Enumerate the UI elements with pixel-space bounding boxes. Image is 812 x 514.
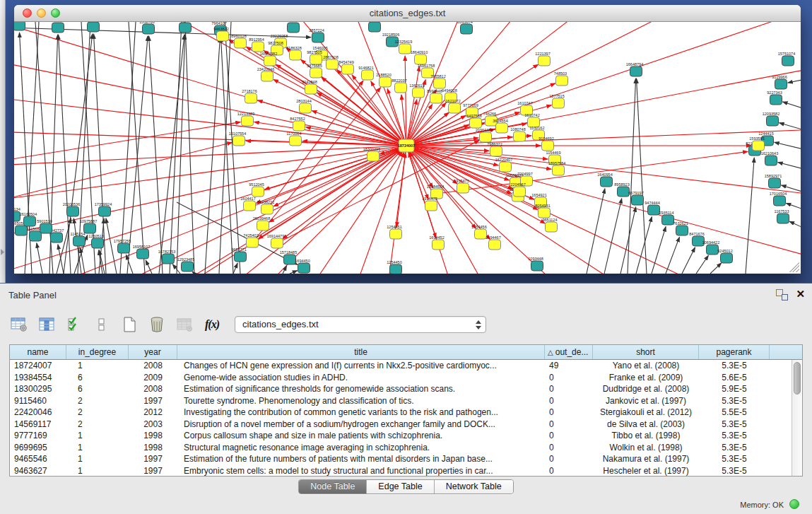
graph-node[interactable]: [300, 103, 312, 113]
citation-edge-black[interactable]: [129, 22, 145, 274]
graph-node[interactable]: [601, 177, 613, 187]
graph-node[interactable]: [16, 226, 28, 235]
graph-node[interactable]: [288, 23, 300, 33]
graph-node[interactable]: [290, 50, 302, 60]
graph-node[interactable]: [390, 264, 402, 274]
graph-node[interactable]: [434, 78, 446, 88]
table-row[interactable]: 977716911998Corpus callosum shape and si…: [10, 430, 792, 442]
graph-node[interactable]: [556, 76, 568, 86]
citation-edge-black[interactable]: [233, 263, 237, 274]
graph-node[interactable]: [305, 84, 317, 94]
select-all-button[interactable]: [65, 316, 83, 333]
graph-node[interactable]: [244, 201, 256, 211]
show-column-button[interactable]: [37, 316, 56, 333]
table-row[interactable]: 2242004622012Investigating the contribut…: [10, 407, 792, 419]
graph-node[interactable]: [51, 233, 63, 243]
citation-edge-black[interactable]: [290, 271, 298, 274]
citation-edge-black[interactable]: [587, 189, 605, 274]
graph-node[interactable]: [312, 33, 324, 42]
column-header-in_degree[interactable]: in_degree: [66, 345, 129, 359]
citation-edge-black[interactable]: [628, 78, 636, 274]
graph-node[interactable]: [284, 255, 296, 264]
graph-node[interactable]: [630, 66, 642, 76]
network-canvas[interactable]: 9355741206914068305375155276015276027964…: [14, 22, 801, 274]
graph-node[interactable]: [662, 215, 674, 225]
graph-node[interactable]: [40, 223, 52, 233]
graph-node[interactable]: [765, 156, 777, 165]
graph-node[interactable]: [290, 136, 302, 146]
table-row[interactable]: 911546021997Tourette syndrome. Phenomeno…: [10, 395, 792, 407]
column-header-year[interactable]: year: [129, 345, 177, 359]
citation-edge-black[interactable]: [221, 37, 233, 274]
column-header-pagerank[interactable]: pagerank: [699, 345, 770, 359]
citation-edge-black[interactable]: [778, 163, 801, 170]
graph-node[interactable]: [84, 223, 96, 233]
graph-node[interactable]: [707, 245, 719, 255]
delete-column-button[interactable]: [148, 316, 166, 333]
graph-node[interactable]: [489, 240, 501, 250]
graph-node[interactable]: [88, 22, 100, 32]
graph-node[interactable]: [118, 243, 130, 253]
graph-node[interactable]: [261, 71, 273, 81]
graph-node[interactable]: [362, 70, 374, 80]
table-row[interactable]: 946554611997Estimation of the future num…: [10, 453, 792, 465]
graph-node[interactable]: [769, 178, 781, 188]
graph-node[interactable]: [52, 23, 64, 33]
tab-node-table[interactable]: Node Table: [299, 480, 367, 493]
close-panel-button[interactable]: ✕: [796, 288, 805, 300]
graph-node[interactable]: [782, 56, 794, 66]
graph-node[interactable]: [553, 98, 565, 108]
graph-node[interactable]: [245, 93, 257, 103]
graph-node[interactable]: [242, 116, 254, 126]
citation-edge-red[interactable]: [14, 142, 232, 206]
graph-node[interactable]: [367, 151, 379, 161]
graph-node[interactable]: [777, 214, 789, 223]
citation-edge-black[interactable]: [682, 247, 695, 274]
graph-node[interactable]: [542, 141, 554, 151]
table-row[interactable]: 1872400712008Changes of HCN gene express…: [10, 360, 792, 372]
citation-edge-black[interactable]: [637, 78, 647, 274]
graph-node[interactable]: [298, 263, 310, 273]
graph-node[interactable]: [92, 238, 104, 248]
citation-edge-red[interactable]: [382, 153, 406, 274]
citation-edge-red[interactable]: [269, 146, 406, 222]
graph-node[interactable]: [553, 165, 565, 175]
graph-node[interactable]: [449, 103, 461, 113]
graph-node[interactable]: [14, 22, 25, 30]
graph-node[interactable]: [539, 208, 551, 218]
graph-node[interactable]: [632, 195, 644, 205]
graph-node[interactable]: [770, 95, 782, 105]
delete-table-button-disabled[interactable]: [175, 316, 194, 333]
citation-edge-black[interactable]: [225, 22, 240, 274]
graph-node[interactable]: [461, 24, 473, 34]
graph-node[interactable]: [399, 44, 411, 54]
citation-edge-red[interactable]: [406, 128, 801, 146]
graph-node[interactable]: [433, 240, 445, 250]
graph-node[interactable]: [264, 56, 276, 66]
citation-edge-black[interactable]: [106, 218, 117, 274]
graph-node[interactable]: [490, 146, 502, 156]
citation-edge-red[interactable]: [322, 77, 406, 146]
citation-edge-black[interactable]: [149, 36, 163, 274]
graph-node[interactable]: [480, 132, 492, 142]
graph-node[interactable]: [257, 221, 269, 230]
column-header-title[interactable]: title: [177, 345, 545, 359]
graph-node[interactable]: [618, 187, 630, 197]
resize-handle[interactable]: [789, 262, 799, 272]
graph-node[interactable]: [721, 253, 733, 263]
graph-node[interactable]: [774, 196, 786, 206]
graph-node[interactable]: [137, 249, 149, 259]
graph-node[interactable]: [182, 262, 194, 271]
graph-node[interactable]: [252, 187, 264, 197]
graph-node[interactable]: [369, 22, 381, 32]
function-builder-button[interactable]: f(x): [203, 316, 221, 333]
citation-edge-black[interactable]: [185, 22, 194, 274]
graph-node[interactable]: [293, 121, 305, 131]
citation-edge-black[interactable]: [788, 78, 801, 83]
citation-edge-black[interactable]: [696, 255, 708, 274]
graph-node[interactable]: [252, 42, 264, 52]
graph-node[interactable]: [531, 261, 543, 271]
graph-node[interactable]: [261, 204, 273, 214]
graph-node[interactable]: [326, 59, 339, 69]
tab-network-table[interactable]: Network Table: [435, 480, 513, 493]
